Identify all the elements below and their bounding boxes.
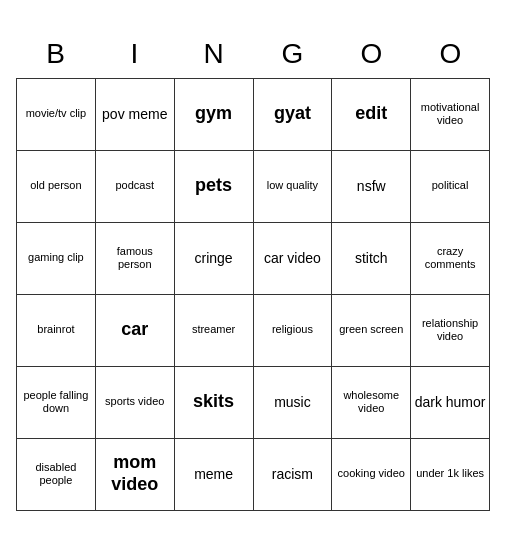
bingo-grid: movie/tv clippov memegymgyateditmotivati… — [16, 78, 490, 511]
bingo-cell-6[interactable]: old person — [17, 151, 96, 223]
bingo-cell-32[interactable]: meme — [175, 439, 254, 511]
bingo-cell-27[interactable]: music — [254, 367, 333, 439]
bingo-cell-18[interactable]: brainrot — [17, 295, 96, 367]
bingo-cell-11[interactable]: political — [411, 151, 490, 223]
bingo-cell-30[interactable]: disabled people — [17, 439, 96, 511]
bingo-cell-13[interactable]: famous person — [96, 223, 175, 295]
bingo-cell-29[interactable]: dark humor — [411, 367, 490, 439]
bingo-header: BINGOO — [16, 34, 490, 74]
header-letter-B-0: B — [16, 34, 95, 74]
bingo-cell-23[interactable]: relationship video — [411, 295, 490, 367]
bingo-cell-17[interactable]: crazy comments — [411, 223, 490, 295]
bingo-cell-10[interactable]: nsfw — [332, 151, 411, 223]
bingo-cell-24[interactable]: people falling down — [17, 367, 96, 439]
header-letter-G-3: G — [253, 34, 332, 74]
bingo-cell-0[interactable]: movie/tv clip — [17, 79, 96, 151]
bingo-cell-8[interactable]: pets — [175, 151, 254, 223]
bingo-cell-31[interactable]: mom video — [96, 439, 175, 511]
bingo-cell-16[interactable]: stitch — [332, 223, 411, 295]
bingo-cell-19[interactable]: car — [96, 295, 175, 367]
bingo-cell-21[interactable]: religious — [254, 295, 333, 367]
bingo-board: BINGOO movie/tv clippov memegymgyateditm… — [8, 26, 498, 519]
bingo-cell-20[interactable]: streamer — [175, 295, 254, 367]
bingo-cell-7[interactable]: podcast — [96, 151, 175, 223]
bingo-cell-15[interactable]: car video — [254, 223, 333, 295]
bingo-cell-35[interactable]: under 1k likes — [411, 439, 490, 511]
bingo-cell-33[interactable]: racism — [254, 439, 333, 511]
bingo-cell-4[interactable]: edit — [332, 79, 411, 151]
bingo-cell-12[interactable]: gaming clip — [17, 223, 96, 295]
bingo-cell-3[interactable]: gyat — [254, 79, 333, 151]
header-letter-O-4: O — [332, 34, 411, 74]
header-letter-N-2: N — [174, 34, 253, 74]
bingo-cell-22[interactable]: green screen — [332, 295, 411, 367]
bingo-cell-9[interactable]: low quality — [254, 151, 333, 223]
bingo-cell-5[interactable]: motivational video — [411, 79, 490, 151]
header-letter-O-5: O — [411, 34, 490, 74]
bingo-cell-26[interactable]: skits — [175, 367, 254, 439]
bingo-cell-14[interactable]: cringe — [175, 223, 254, 295]
header-letter-I-1: I — [95, 34, 174, 74]
bingo-cell-25[interactable]: sports video — [96, 367, 175, 439]
bingo-cell-34[interactable]: cooking video — [332, 439, 411, 511]
bingo-cell-28[interactable]: wholesome video — [332, 367, 411, 439]
bingo-cell-2[interactable]: gym — [175, 79, 254, 151]
bingo-cell-1[interactable]: pov meme — [96, 79, 175, 151]
